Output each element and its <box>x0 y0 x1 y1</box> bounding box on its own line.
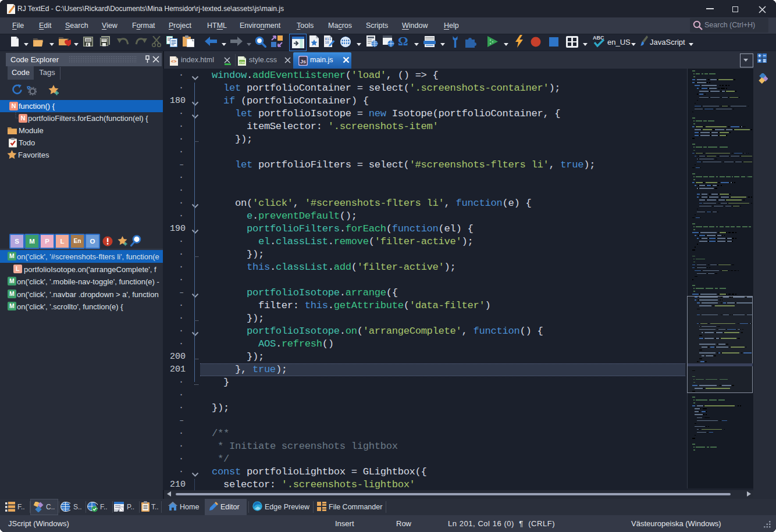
svg-text:<>: <> <box>171 59 177 64</box>
svg-text:Js: Js <box>300 59 306 65</box>
svg-text:css: css <box>240 60 245 64</box>
svg-text:10: 10 <box>325 40 330 44</box>
svg-text:Ω: Ω <box>398 34 408 48</box>
